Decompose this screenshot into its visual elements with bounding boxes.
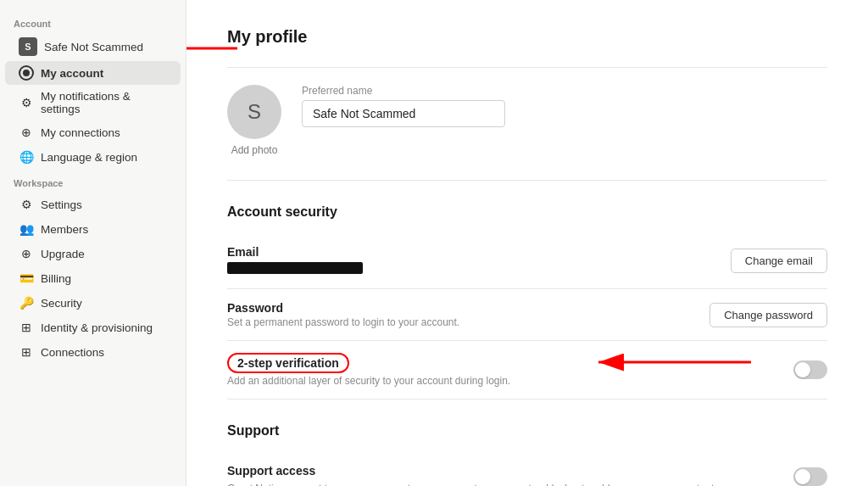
email-row: Email Change email <box>227 233 827 289</box>
people-icon: 👥 <box>19 221 34 237</box>
email-row-info: Email <box>227 245 731 277</box>
globe-icon: 🌐 <box>19 149 34 165</box>
support-access-title: Support access <box>227 464 783 478</box>
sidebar-item-security-label: Security <box>41 297 82 310</box>
lock-icon: 🔑 <box>19 295 34 310</box>
two-step-row-info: 2-step verification Add an additional la… <box>227 353 793 387</box>
support-section: Support Support access Grant Notion supp… <box>227 423 827 486</box>
two-step-toggle[interactable] <box>793 360 827 379</box>
workspace-name-label: Safe Not Scammed <box>44 41 143 53</box>
password-row-info: Password Set a permanent password to log… <box>227 301 709 328</box>
sidebar-item-members-label: Members <box>41 223 88 236</box>
sidebar-item-members[interactable]: 👥 Members <box>5 217 181 241</box>
page-title: My profile <box>227 27 827 47</box>
email-masked <box>227 262 363 274</box>
sidebar-item-identity-label: Identity & provisioning <box>41 321 153 334</box>
preferred-name-label: Preferred name <box>302 85 827 97</box>
sidebar-item-workspace-connections[interactable]: ⊞ Connections <box>5 340 181 364</box>
sidebar-workspace-name[interactable]: S Safe Not Scammed <box>5 33 181 60</box>
support-access-subtitle: Grant Notion support temporary access to… <box>227 481 783 486</box>
change-email-button[interactable]: Change email <box>731 249 827 273</box>
two-step-title: 2-step verification <box>227 353 349 373</box>
password-row-title: Password <box>227 301 709 315</box>
grid-icon: ⊞ <box>19 320 34 335</box>
sidebar-item-my-account-label: My account <box>41 67 103 80</box>
preferred-name-input[interactable] <box>302 100 505 127</box>
change-password-button[interactable]: Change password <box>709 303 827 327</box>
sidebar-item-settings[interactable]: ⚙ Settings <box>5 193 181 216</box>
toggle-knob <box>795 362 810 377</box>
sidebar-item-my-account[interactable]: My account <box>5 61 181 85</box>
sidebar-item-workspace-connections-label: Connections <box>41 346 104 359</box>
sidebar-item-upgrade[interactable]: ⊕ Upgrade <box>5 242 181 265</box>
sidebar-item-notifications-label: My notifications & settings <box>41 90 167 115</box>
avatar: S <box>227 85 281 139</box>
support-access-row: Support access Grant Notion support temp… <box>227 452 827 486</box>
person-circle-icon <box>19 65 34 81</box>
sidebar: Account S Safe Not Scammed My account ⚙ … <box>0 0 186 486</box>
avatar-wrap: S Add photo <box>227 85 281 156</box>
sidebar-item-security[interactable]: 🔑 Security <box>5 291 181 315</box>
sidebar-item-billing[interactable]: 💳 Billing <box>5 266 181 290</box>
profile-section: S Add photo Preferred name <box>227 85 827 181</box>
two-step-subtitle: Add an additional layer of security to y… <box>227 375 793 387</box>
profile-fields: Preferred name <box>302 85 827 127</box>
sidebar-account-label: Account <box>0 10 186 32</box>
sidebar-item-billing-label: Billing <box>41 272 71 285</box>
sidebar-item-connections[interactable]: ⊕ My connections <box>5 120 181 144</box>
email-row-title: Email <box>227 245 731 259</box>
main-content: My profile S Add photo Preferred name Ac… <box>186 0 868 486</box>
sidebar-item-identity[interactable]: ⊞ Identity & provisioning <box>5 316 181 339</box>
card-icon: 💳 <box>19 271 34 286</box>
password-row: Password Set a permanent password to log… <box>227 289 827 341</box>
support-toggle-knob <box>795 469 810 484</box>
link-icon: ⊕ <box>19 125 34 140</box>
sidebar-item-settings-label: Settings <box>41 198 82 211</box>
gear-icon: ⚙ <box>19 197 34 212</box>
workspace-avatar: S <box>19 37 37 56</box>
plus-circle-icon: ⊕ <box>19 246 34 261</box>
sidebar-workspace-label: Workspace <box>0 170 186 192</box>
support-access-toggle[interactable] <box>793 467 827 486</box>
sidebar-item-connections-label: My connections <box>41 126 120 139</box>
account-security-section: Account security Email Change email Pass… <box>227 204 827 399</box>
sidebar-item-upgrade-label: Upgrade <box>41 248 85 260</box>
sidebar-item-language[interactable]: 🌐 Language & region <box>5 145 181 169</box>
two-step-row: 2-step verification Add an additional la… <box>227 341 827 399</box>
sidebar-item-language-label: Language & region <box>41 151 137 164</box>
password-row-subtitle: Set a permanent password to login to you… <box>227 316 709 328</box>
sliders-icon: ⚙ <box>19 95 34 110</box>
account-security-title: Account security <box>227 204 827 220</box>
grid2-icon: ⊞ <box>19 344 34 360</box>
sidebar-item-notifications[interactable]: ⚙ My notifications & settings <box>5 86 181 120</box>
add-photo-link[interactable]: Add photo <box>231 144 278 156</box>
support-section-title: Support <box>227 423 827 439</box>
support-access-info: Support access Grant Notion support temp… <box>227 464 783 486</box>
